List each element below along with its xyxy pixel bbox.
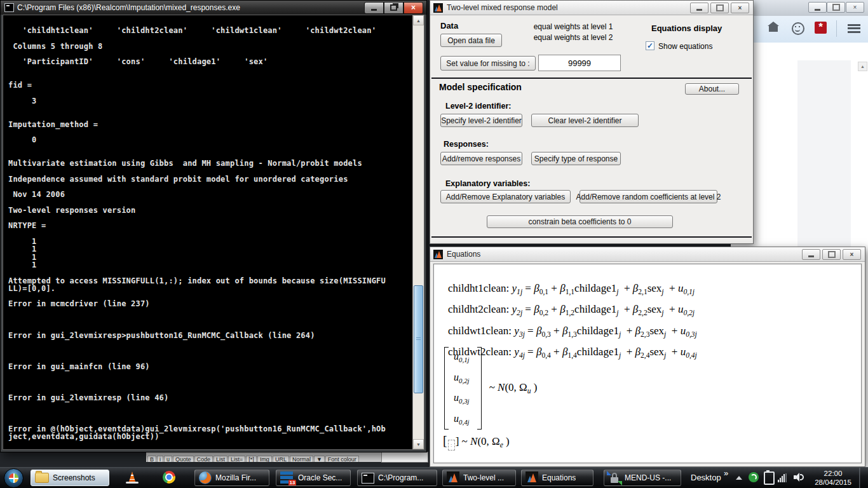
browser-close-button[interactable]: × xyxy=(846,2,864,13)
data-section-heading: Data xyxy=(440,21,458,30)
taskbar-button-model[interactable]: Two-level ... xyxy=(442,470,516,486)
specify-response-type-button[interactable]: Specify type of response xyxy=(531,152,621,165)
editor-toolbar-button[interactable]: Code xyxy=(194,456,214,462)
console-titlebar[interactable]: C:\Program Files (x86)\Realcom\Imputatio… xyxy=(1,1,426,15)
hamburger-menu-icon[interactable] xyxy=(848,24,860,33)
model-close-button[interactable]: × xyxy=(731,3,749,13)
editor-toolbar-button[interactable]: i xyxy=(157,456,163,462)
equation-row: u0,1j xyxy=(454,351,470,363)
console-body: 'childht1clean' 'childht2clean' 'childwt… xyxy=(3,15,424,450)
responses-label: Responses: xyxy=(444,140,489,149)
console-scrollbar[interactable]: ▲ ▼ xyxy=(412,15,424,449)
equation-row: u0,3j xyxy=(454,392,470,405)
tray-show-hidden-icon[interactable] xyxy=(736,476,742,480)
constrain-beta-button[interactable]: constrain beta coefficients to 0 xyxy=(487,215,673,228)
editor-toolbar-button[interactable]: Img xyxy=(257,456,272,462)
model-window: Two-level mixed response model × Data eq… xyxy=(430,0,754,244)
equations-window: Equations × childht1clean: y1j = β0,1 + … xyxy=(430,247,865,467)
section-separator xyxy=(431,78,752,79)
add-explanatory-button[interactable]: Add/Remove Explanatory variables xyxy=(440,190,571,203)
editor-toolbar-button[interactable]: List xyxy=(214,456,227,462)
taskbar-button-oracle[interactable]: 13 Oracle Sec... xyxy=(276,470,351,486)
lastpass-icon[interactable]: * xyxy=(815,22,827,34)
specify-level2-button[interactable]: Specify level-2 identifier xyxy=(440,114,522,127)
tray-sync-icon[interactable] xyxy=(749,472,759,482)
editor-text-field[interactable] xyxy=(381,452,428,463)
equations-window-title: Equations xyxy=(447,250,802,259)
taskbar-clock[interactable]: 22:00 28/04/2015 xyxy=(811,469,855,487)
add-remove-responses-button[interactable]: Add/remove responses xyxy=(440,152,522,165)
console-output: 'childht1clean' 'childht2clean' 'childwt… xyxy=(8,27,386,441)
taskbar-icon-chrome[interactable] xyxy=(163,471,178,486)
equation-row: childwt1clean: y3j = β0,3 + β1,3childage… xyxy=(448,322,697,343)
missing-value-input[interactable] xyxy=(538,55,621,71)
equations-minimize-button[interactable] xyxy=(802,249,820,260)
equations-titlebar[interactable]: Equations × xyxy=(430,247,865,262)
editor-toolbar-button[interactable]: [*] xyxy=(246,456,257,462)
console-icon xyxy=(4,3,14,12)
clock-time: 22:00 xyxy=(811,469,855,478)
chat-smiley-icon[interactable] xyxy=(792,22,804,35)
taskbar-label: Two-level ... xyxy=(463,473,504,482)
show-equations-checkbox[interactable]: ✓ xyxy=(646,41,654,50)
browser-minimize-button[interactable] xyxy=(808,2,827,13)
selection-placeholder[interactable]: : xyxy=(448,440,455,451)
editor-toolbar-button[interactable]: ▼ xyxy=(314,456,325,462)
toolbar-chevron[interactable]: » xyxy=(724,468,728,478)
page-scroll-up-arrow[interactable]: ▲ xyxy=(858,62,867,71)
editor-toolbar-button[interactable]: List= xyxy=(228,456,245,462)
taskbar-button-firefox[interactable]: Mozilla Fir... xyxy=(194,470,269,486)
clear-level2-button[interactable]: Clear level-2 identifier xyxy=(531,114,639,127)
editor-toolbar-button[interactable]: Quote xyxy=(173,456,194,462)
editor-toolbar-button[interactable]: URL xyxy=(273,456,289,462)
model-maximize-button[interactable] xyxy=(710,3,729,13)
toolbar-separator xyxy=(836,20,837,37)
scrollbar-thumb[interactable] xyxy=(414,285,423,393)
start-button[interactable] xyxy=(4,468,24,488)
taskbar-button-equations[interactable]: Equations xyxy=(521,470,593,486)
model-titlebar[interactable]: Two-level mixed response model × xyxy=(430,1,753,15)
tray-clipboard-icon[interactable] xyxy=(764,471,775,485)
scroll-up-arrow[interactable]: ▲ xyxy=(413,15,424,25)
home-icon[interactable] xyxy=(769,26,778,32)
desktop-toolbar-label[interactable]: Desktop xyxy=(691,473,721,482)
set-missing-value-button[interactable]: Set value for missing to : xyxy=(440,56,536,71)
desktop: × * ▲ BiuQuoteCodeListList=[*]ImgURLNorm… xyxy=(0,0,868,488)
editor-toolbar-button[interactable]: B xyxy=(147,456,156,462)
volume-icon[interactable] xyxy=(794,473,804,482)
equation-row: u0,2j xyxy=(454,372,470,384)
add-random-coefficients-button[interactable]: Add/Remove random coefficients at level … xyxy=(580,190,717,203)
equation-row: childht1clean: y1j = β0,1 + β1,1childage… xyxy=(448,280,697,301)
show-desktop-divider[interactable] xyxy=(859,468,860,488)
oracle-grid-icon: 13 xyxy=(280,471,294,485)
taskbar-label: Oracle Sec... xyxy=(298,473,342,482)
taskbar-button-console[interactable]: C:\Program... xyxy=(357,470,437,486)
taskbar: Screenshots Mozilla Fir... 13 Oracle Sec… xyxy=(0,467,868,488)
equations-display-heading: Equations display xyxy=(651,24,722,33)
taskbar-button-mendus[interactable]: MEND-US -... xyxy=(604,470,681,486)
taskbar-button-screenshots[interactable]: Screenshots xyxy=(31,470,109,486)
equations-canvas: childht1clean: y1j = β0,1 + β1,1childage… xyxy=(433,264,862,463)
taskbar-label: Mozilla Fir... xyxy=(215,473,256,482)
windows-logo-icon xyxy=(9,473,18,483)
equations-maximize-button[interactable] xyxy=(822,249,841,260)
model-minimize-button[interactable] xyxy=(690,3,709,13)
browser-maximize-button[interactable] xyxy=(827,2,845,13)
matrix-right-bracket xyxy=(477,347,482,430)
console-minimize-button[interactable] xyxy=(364,2,384,14)
taskbar-label: Screenshots xyxy=(53,473,95,482)
open-data-file-button[interactable]: Open data file xyxy=(440,34,502,47)
editor-toolbar-button[interactable]: Font colour xyxy=(325,456,359,462)
about-button[interactable]: About... xyxy=(685,83,739,95)
scroll-down-arrow[interactable]: ▼ xyxy=(413,439,424,449)
console-icon xyxy=(362,473,374,484)
equations-close-button[interactable]: × xyxy=(843,249,861,260)
taskbar-icon-vlc[interactable] xyxy=(126,471,141,486)
editor-toolbar-button[interactable]: Normal xyxy=(290,456,313,462)
console-close-button[interactable]: × xyxy=(403,2,423,14)
explanatory-variables-label: Explanatory variables: xyxy=(445,179,530,188)
editor-toolbar-button[interactable]: u xyxy=(164,456,172,462)
console-restore-button[interactable] xyxy=(384,2,403,14)
residual-distribution: [:] ~ N(0, Ωe ) xyxy=(443,433,510,451)
network-signal-icon[interactable] xyxy=(778,473,789,482)
